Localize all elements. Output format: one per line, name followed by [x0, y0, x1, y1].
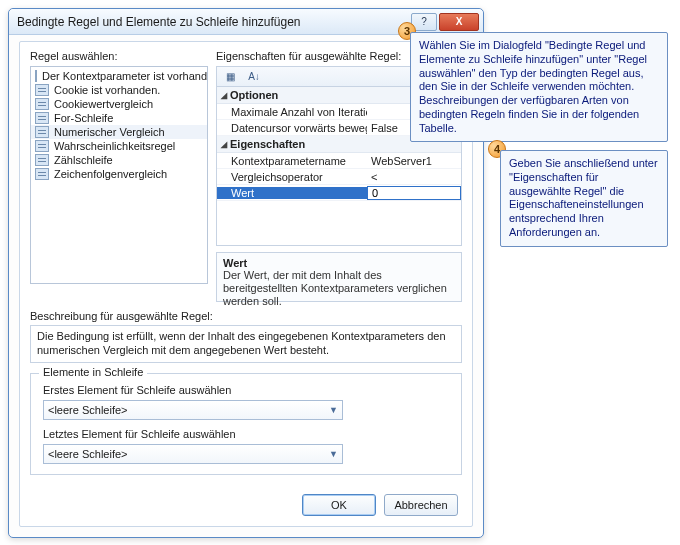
- rule-description-label: Beschreibung für ausgewählte Regel:: [30, 310, 462, 322]
- last-element-combo[interactable]: <leere Schleife> ▼: [43, 444, 343, 464]
- property-description: Wert Der Wert, der mit dem Inhalt des be…: [216, 252, 462, 302]
- callout-step-4: Geben Sie anschließend unter "Eigenschaf…: [500, 150, 668, 247]
- list-item[interactable]: Zählschleife: [31, 153, 207, 167]
- prop-value-editing[interactable]: 0: [367, 186, 461, 200]
- rule-select-label: Regel auswählen:: [30, 50, 208, 62]
- prop-name: Kontextparametername: [217, 155, 367, 167]
- callout-step-3: Wählen Sie im Dialogfeld "Bedingte Regel…: [410, 32, 668, 142]
- list-item-label: Der Kontextparameter ist vorhanden.: [42, 70, 208, 82]
- prop-value[interactable]: <: [367, 171, 461, 183]
- desc-text: Der Wert, der mit dem Inhalt des bereitg…: [223, 269, 455, 309]
- prop-name: Wert: [217, 187, 367, 199]
- list-item[interactable]: Cookiewertvergleich: [31, 97, 207, 111]
- section-label: Eigenschaften: [230, 138, 305, 150]
- rule-icon: [35, 154, 49, 166]
- button-label: Abbrechen: [394, 499, 447, 511]
- list-item-label: Zeichenfolgenvergleich: [54, 168, 167, 180]
- rule-icon: [35, 84, 49, 96]
- list-item-label: Cookiewertvergleich: [54, 98, 153, 110]
- close-button[interactable]: X: [439, 13, 479, 31]
- list-item-label: Wahrscheinlichkeitsregel: [54, 140, 175, 152]
- button-label: OK: [331, 499, 347, 511]
- prop-row[interactable]: Vergleichsoperator <: [217, 169, 461, 185]
- loop-elements-fieldset: Elemente in Schleife Erstes Element für …: [30, 373, 462, 475]
- list-item[interactable]: Wahrscheinlichkeitsregel: [31, 139, 207, 153]
- last-element-label: Letztes Element für Schleife auswählen: [43, 428, 449, 440]
- list-item[interactable]: Der Kontextparameter ist vorhanden.: [31, 69, 207, 83]
- sort-az-icon: A↓: [248, 71, 260, 82]
- rule-icon: [35, 168, 49, 180]
- combo-value: <leere Schleife>: [48, 448, 128, 460]
- prop-row[interactable]: Kontextparametername WebServer1: [217, 153, 461, 169]
- chevron-down-icon: ▼: [329, 449, 338, 459]
- rule-list[interactable]: Der Kontextparameter ist vorhanden. Cook…: [30, 66, 208, 284]
- rule-description-box: Die Bedingung ist erfüllt, wenn der Inha…: [30, 325, 462, 363]
- sort-button[interactable]: A↓: [245, 69, 263, 85]
- list-item-label: Zählschleife: [54, 154, 113, 166]
- collapse-icon: ◢: [221, 91, 227, 100]
- close-icon: X: [456, 16, 463, 27]
- rule-icon: [35, 112, 49, 124]
- callout-text: Wählen Sie im Dialogfeld "Bedingte Regel…: [419, 39, 647, 134]
- first-element-label: Erstes Element für Schleife auswählen: [43, 384, 449, 396]
- prop-row-selected[interactable]: Wert 0: [217, 185, 461, 201]
- list-item-label: For-Schleife: [54, 112, 113, 124]
- rule-icon: [35, 126, 49, 138]
- list-item-label: Numerischer Vergleich: [54, 126, 165, 138]
- cancel-button[interactable]: Abbrechen: [384, 494, 458, 516]
- desc-heading: Wert: [223, 257, 455, 269]
- list-item-label: Cookie ist vorhanden.: [54, 84, 160, 96]
- list-item[interactable]: Zeichenfolgenvergleich: [31, 167, 207, 181]
- dialog-title: Bedingte Regel und Elemente zu Schleife …: [17, 15, 409, 29]
- first-element-combo[interactable]: <leere Schleife> ▼: [43, 400, 343, 420]
- rule-icon: [35, 98, 49, 110]
- list-item-selected[interactable]: Numerischer Vergleich: [31, 125, 207, 139]
- section-label: Optionen: [230, 89, 278, 101]
- button-row: OK Abbrechen: [302, 494, 458, 516]
- categorize-button[interactable]: ▦: [221, 69, 239, 85]
- callout-text: Geben Sie anschließend unter "Eigenschaf…: [509, 157, 658, 238]
- ok-button[interactable]: OK: [302, 494, 376, 516]
- fieldset-legend: Elemente in Schleife: [39, 366, 147, 378]
- list-item[interactable]: Cookie ist vorhanden.: [31, 83, 207, 97]
- prop-name: Vergleichsoperator: [217, 171, 367, 183]
- grid-icon: ▦: [226, 71, 235, 82]
- help-icon: ?: [421, 16, 427, 27]
- prop-name: Datencursor vorwärts bewegen: [217, 122, 367, 134]
- dialog-content: Regel auswählen: Der Kontextparameter is…: [19, 41, 473, 527]
- collapse-icon: ◢: [221, 140, 227, 149]
- prop-value[interactable]: WebServer1: [367, 155, 461, 167]
- list-item[interactable]: For-Schleife: [31, 111, 207, 125]
- combo-value: <leere Schleife>: [48, 404, 128, 416]
- prop-name: Maximale Anzahl von Iterationen: [217, 106, 367, 118]
- chevron-down-icon: ▼: [329, 405, 338, 415]
- rule-icon: [35, 140, 49, 152]
- rule-icon: [35, 70, 37, 82]
